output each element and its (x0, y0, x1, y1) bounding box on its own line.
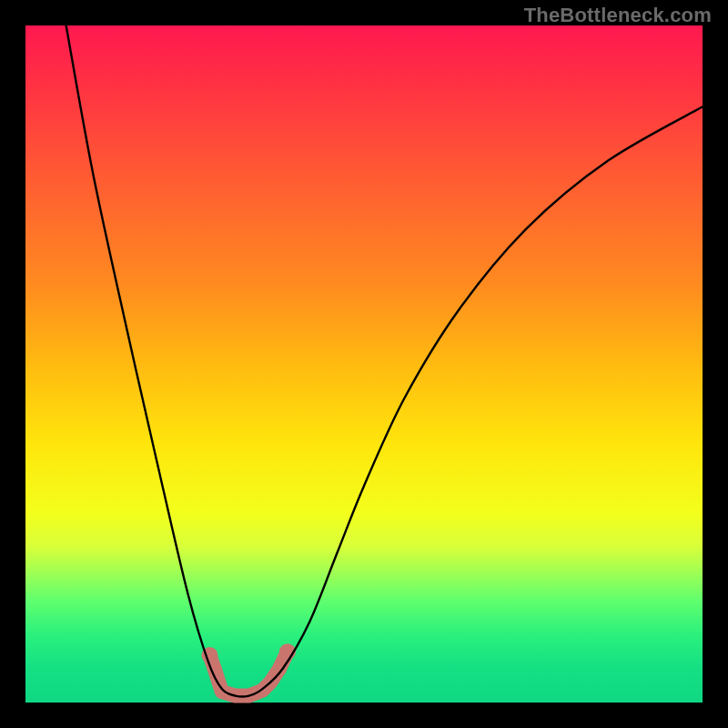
curve-svg (25, 25, 703, 703)
watermark-text: TheBottleneck.com (524, 4, 712, 27)
plot-area (25, 25, 703, 703)
chart-frame: TheBottleneck.com (0, 0, 728, 728)
bottleneck-curve (66, 25, 703, 697)
